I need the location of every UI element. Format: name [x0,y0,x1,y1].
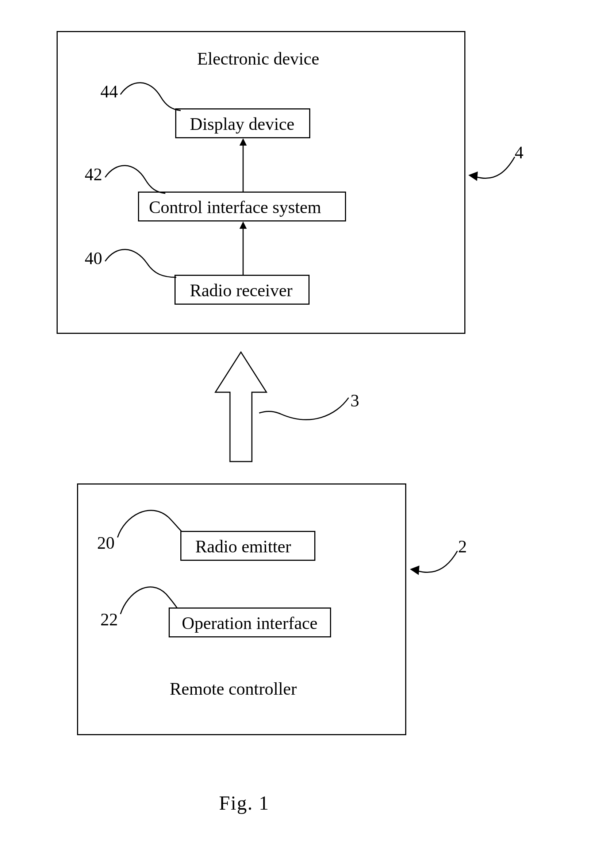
svg-marker-3 [240,221,247,229]
svg-marker-5 [215,352,266,462]
ref-42: 42 [85,164,102,184]
lead-44 [120,82,182,115]
lead-2 [406,551,459,584]
lead-4 [465,157,517,190]
ref-40: 40 [85,248,102,268]
arrow-ctrl-to-display [240,138,247,192]
figure-caption: Fig. 1 [219,792,269,814]
lead-20 [117,506,183,539]
svg-marker-1 [240,138,247,146]
svg-marker-6 [410,565,419,575]
display-device-label: Display device [190,114,295,134]
arrow-recv-to-ctrl [240,221,247,275]
remote-controller-title: Remote controller [170,679,297,699]
lead-42 [105,165,167,198]
svg-marker-4 [468,171,478,181]
lead-22 [120,583,179,616]
ref-22: 22 [101,609,118,629]
lead-40 [105,249,178,282]
radio-receiver-label: Radio receiver [190,280,292,300]
radio-emitter-label: Radio emitter [195,536,291,557]
electronic-device-title: Electronic device [197,49,319,69]
figure-page: Electronic device Display device Control… [0,0,595,868]
lead-3 [259,398,351,427]
ref-3: 3 [351,390,359,410]
ref-44: 44 [101,81,118,102]
operation-interface-label: Operation interface [182,613,318,633]
ref-2: 2 [458,536,467,557]
control-interface-system-label: Control interface system [149,197,321,217]
ref-20: 20 [97,533,115,553]
